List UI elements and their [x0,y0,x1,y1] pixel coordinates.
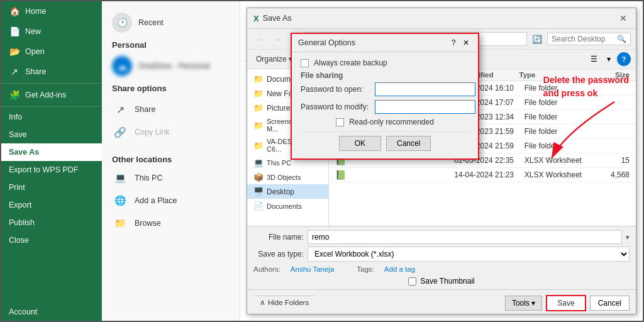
save-button[interactable]: Save [546,295,586,311]
sidebar-item-account[interactable]: Account [1,303,102,321]
onedrive-personal-item[interactable]: ☁ OneDrive - Personal [102,52,240,80]
sidebar-label-saveas: Save As [9,148,39,157]
sidebar-label-info: Info [9,113,22,121]
new-icon: 📄 [9,26,20,37]
backup-label: Always create backup [314,58,387,67]
this-pc-item[interactable]: 💻 This PC [102,167,240,189]
browse-icon: 📁 [112,215,128,231]
onedrive-label: OneDrive - Personal [138,62,209,70]
password-modify-input[interactable] [375,100,475,114]
share-option-icon: ↗ [112,101,128,118]
hide-folders-button[interactable]: ∧ Hide Folders [253,296,315,309]
add-place-label: Add a Place [135,196,177,205]
meta-row: Authors: Anshu Taneja Tags: Add a tag [253,264,630,274]
password-open-row: Password to open: [301,82,469,96]
add-place-item[interactable]: 🌐 Add a Place [102,189,240,212]
readonly-label: Read-only recommended [349,118,434,126]
go-body: Always create backup File sharing Passwo… [292,52,478,158]
folder-icon-screen: 📁 [253,121,264,130]
sidebar-item-export-wps[interactable]: Export to WPS PDF [1,161,102,179]
folder-icon-docs: 📁 [253,74,264,84]
go-titlebar: General Options ? ✕ [292,34,478,52]
refresh-button[interactable]: 🔄 [530,31,545,47]
tools-button[interactable]: Tools ▾ [505,296,542,311]
sidebar-item-print[interactable]: Print [1,179,102,196]
sidebar-item-addins[interactable]: 🧩 Get Add-ins [1,85,102,105]
xlsx-icon2: 📗 [335,170,346,180]
excel-x-icon: X [253,14,259,23]
back-button[interactable]: ← [252,31,267,47]
action-row: Tools ▾ Save Cancel [505,292,630,311]
organize-button[interactable]: Organize ▾ [252,53,296,65]
backup-row: Always create backup [301,58,469,67]
go-ok-button[interactable]: OK [339,136,381,151]
sidebar: 🏠 Home 📄 New 📂 Open ↗ Share 🧩 Get Add-in… [1,1,102,321]
savetype-label: Save as type: [253,250,304,258]
sidebar-item-saveas[interactable]: Save As [1,143,102,161]
bottom-action-bar: ∧ Hide Folders Tools ▾ Save Cancel [247,289,636,314]
filename-input[interactable] [308,230,622,244]
go-help-btn[interactable]: ? [448,37,459,48]
dialog-bottom: File name: ▾ Save as type: Excel Workboo… [247,226,636,289]
browse-item[interactable]: 📁 Browse [102,212,240,235]
cancel-button[interactable]: Cancel [590,296,630,311]
sidebar-item-new[interactable]: 📄 New [1,21,102,42]
tags-label: Tags: [357,265,374,273]
go-cancel-button[interactable]: Cancel [386,136,431,151]
recent-label: Recent [138,18,164,27]
other-locations-title: Other locations [102,151,240,167]
file-sharing-title: File sharing [301,71,469,80]
view-buttons: ☰ ▾ ? [587,52,631,66]
go-controls: ? ✕ [448,37,472,48]
sidebar-label-new: New [25,27,41,36]
documents-icon2: 📄 [253,201,264,211]
view-toggle-button[interactable]: ☰ [587,52,601,66]
sidebar-label-close: Close [9,236,29,245]
tags-value[interactable]: Add a tag [384,265,415,273]
go-close-btn[interactable]: ✕ [460,37,472,48]
app-container: 🏠 Home 📄 New 📂 Open ↗ Share 🧩 Get Add-in… [1,1,643,321]
filetype-row: Save as type: Excel Workbook (*.xlsx) [253,247,630,262]
help-button[interactable]: ? [617,52,631,66]
sidebar-label-account: Account [9,308,37,316]
app-window: 🏠 Home 📄 New 📂 Open ↗ Share 🧩 Get Add-in… [0,0,644,322]
sidebar-item-save[interactable]: Save [1,126,102,143]
authors-value[interactable]: Anshu Taneja [291,265,334,273]
sidebar-item-share[interactable]: ↗ Share [1,62,102,82]
onedrive-icon: ☁ [112,56,132,76]
go-action-row: OK Cancel [301,131,469,152]
readonly-checkbox[interactable] [336,118,344,126]
sidebar-item-info[interactable]: Info [1,108,102,126]
dialog-close-button[interactable]: ✕ [617,12,630,25]
home-icon: 🏠 [9,6,20,17]
file-row[interactable]: 📗 14-04-2024 21:23 XLSX Worksheet 4,568 [329,168,636,182]
recent-icon: 🕐 [112,13,132,33]
share-options-title: Share options [102,80,240,96]
view-option-button[interactable]: ▾ [602,52,616,66]
col-size: Size [593,71,630,79]
share-option-share[interactable]: ↗ Share [102,98,240,121]
browse-label: Browse [135,219,161,228]
documents-folder-item2[interactable]: 📄Documents [247,199,328,213]
share-option-copy-link[interactable]: 🔗 Copy Link [102,121,240,143]
sidebar-item-export[interactable]: Export [1,196,102,214]
sidebar-item-open[interactable]: 📂 Open [1,42,102,62]
col-type: Type [519,71,593,79]
desktop-folder-item[interactable]: 🖥️Desktop [247,184,328,199]
sidebar-label-share: Share [25,67,46,76]
readonly-row: Read-only recommended [301,118,469,126]
3d-objects-folder-item[interactable]: 📦3D Objects [247,170,328,184]
recent-item[interactable]: 🕐 Recent [102,9,240,36]
password-open-input[interactable] [375,82,475,96]
dropdown-arrow: ▾ [626,233,630,242]
thumbnail-checkbox[interactable] [408,277,416,286]
forward-button[interactable]: → [270,31,285,47]
sidebar-label-save: Save [9,130,27,139]
dialog-title: X Save As [253,14,292,23]
filetype-dropdown[interactable]: Excel Workbook (*.xlsx) [308,247,630,262]
search-input[interactable] [552,35,614,43]
backup-checkbox[interactable] [301,59,309,67]
sidebar-item-home[interactable]: 🏠 Home [1,1,102,21]
sidebar-item-publish[interactable]: Publish [1,214,102,231]
sidebar-item-close[interactable]: Close [1,231,102,249]
